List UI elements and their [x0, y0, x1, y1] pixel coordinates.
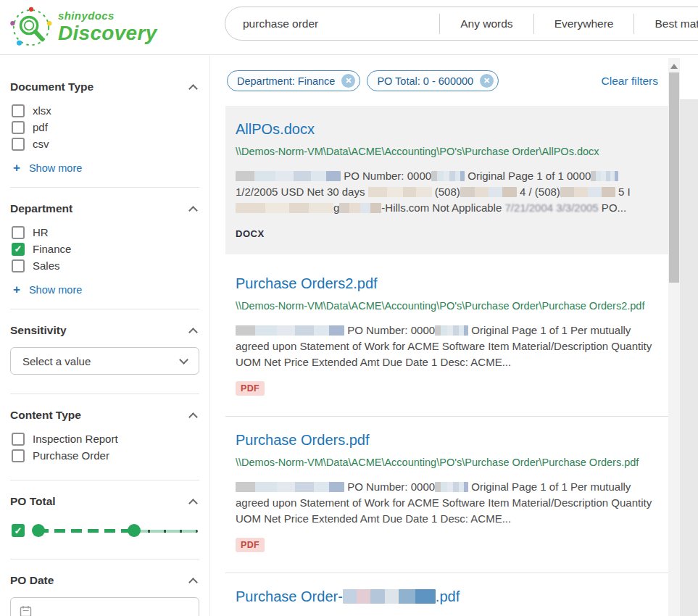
- search-input[interactable]: [241, 17, 439, 31]
- search-scope-button[interactable]: Everywhere: [534, 17, 634, 30]
- checkbox-label: csv: [33, 138, 49, 150]
- plus-icon: +: [13, 162, 20, 174]
- chevron-down-icon: [179, 355, 188, 365]
- result-snippet: PO Number: 0000 Original Page 1 of 1 000…: [236, 168, 655, 216]
- slider-rest-track: [134, 530, 198, 533]
- section-divider: [10, 187, 199, 188]
- scrollbar-up-arrow[interactable]: [670, 64, 678, 69]
- checkbox[interactable]: [12, 243, 25, 256]
- filter-option-inspection-report[interactable]: Inspection Report: [10, 430, 199, 447]
- department-header[interactable]: Department: [10, 202, 199, 215]
- filter-section-po-date: PO Date: [10, 574, 199, 616]
- clear-filters-link[interactable]: Clear filters: [602, 75, 658, 88]
- po-date-input[interactable]: [10, 597, 199, 616]
- top-bar: shinydocs Discovery Any words Everywhere…: [0, 0, 698, 55]
- filter-option-csv[interactable]: csv: [10, 136, 199, 152]
- filter-option-sales[interactable]: Sales: [10, 257, 199, 274]
- result-card: Purchase Orders.pdf \\Demos-Norm-VM\Data…: [225, 416, 668, 567]
- chip-label: PO Total: 0 - 600000: [377, 75, 473, 87]
- brand-text: shinydocs Discovery: [58, 10, 157, 43]
- section-title: PO Date: [10, 574, 54, 587]
- show-more-label: Show more: [29, 284, 82, 296]
- filter-section-content-type: Content Type Inspection Report Purchase …: [10, 409, 199, 464]
- sensitivity-header[interactable]: Sensitivity: [10, 324, 199, 337]
- select-placeholder: Select a value: [22, 355, 91, 367]
- content-type-header[interactable]: Content Type: [10, 409, 199, 422]
- filter-option-purchase-order[interactable]: Purchase Order: [10, 447, 199, 464]
- results-list: AllPOs.docx \\Demos-Norm-VM\Data\ACME\Ac…: [211, 106, 668, 616]
- file-type-badge: PDF: [236, 381, 265, 396]
- result-title-link[interactable]: Purchase Orders2.pdf: [236, 275, 658, 292]
- chevron-up-icon[interactable]: [188, 578, 198, 587]
- section-divider: [10, 309, 199, 309]
- remove-filter-icon[interactable]: ✕: [341, 74, 355, 88]
- checkbox-label: pdf: [33, 121, 48, 133]
- section-title: Sensitivity: [10, 324, 67, 337]
- plus-icon: +: [13, 283, 20, 296]
- results-scrollbar[interactable]: [668, 58, 680, 616]
- po-total-range-slider[interactable]: [32, 524, 198, 537]
- filter-option-hr[interactable]: HR: [10, 224, 199, 241]
- filter-chip-department[interactable]: Department: Finance ✕: [227, 70, 360, 91]
- po-total-enabled-checkbox[interactable]: [12, 524, 25, 537]
- result-title-link[interactable]: Purchase Orders.pdf: [236, 432, 658, 449]
- filter-option-finance[interactable]: Finance: [10, 241, 199, 257]
- filter-option-xlsx[interactable]: xlsx: [10, 102, 199, 119]
- checkbox[interactable]: [12, 138, 25, 151]
- slider-handle-min[interactable]: [32, 524, 45, 537]
- slider-active-track: [38, 529, 134, 533]
- checkbox[interactable]: [12, 259, 25, 272]
- checkbox[interactable]: [12, 449, 25, 462]
- chevron-up-icon[interactable]: [188, 499, 198, 508]
- search-bar: Any words Everywhere Best match: [225, 7, 698, 41]
- chevron-up-icon[interactable]: [188, 206, 198, 215]
- section-title: Document Type: [10, 80, 94, 93]
- filters-sidebar: Document Type xlsx pdf csv + Show more D…: [0, 56, 210, 616]
- document-type-header[interactable]: Document Type: [10, 80, 199, 93]
- result-snippet: PO Number: 0000 Original Page 1 of 1 Per…: [236, 322, 655, 370]
- result-snippet: PO Number: 0000 Original Page 1 of 1 Per…: [236, 479, 655, 527]
- results-area: Department: Finance ✕ PO Total: 0 - 6000…: [211, 56, 668, 616]
- show-more-button[interactable]: + Show more: [10, 162, 199, 174]
- chevron-up-icon[interactable]: [188, 328, 198, 337]
- show-more-label: Show more: [29, 162, 82, 174]
- calendar-icon: [20, 605, 32, 616]
- checkbox[interactable]: [12, 226, 25, 239]
- result-file-path: \\Demos-Norm-VM\Data\ACME\Accounting\PO'…: [236, 144, 652, 159]
- section-title: Content Type: [10, 409, 81, 422]
- checkbox[interactable]: [12, 433, 25, 446]
- search-mode-button[interactable]: Any words: [440, 17, 533, 30]
- filter-chip-po-total[interactable]: PO Total: 0 - 600000 ✕: [367, 70, 499, 91]
- chevron-up-icon[interactable]: [188, 412, 198, 422]
- chevron-up-icon[interactable]: [188, 84, 198, 93]
- product-name: Discovery: [58, 23, 157, 43]
- section-title: PO Total: [10, 495, 56, 508]
- checkbox-label: HR: [33, 226, 49, 238]
- checkbox[interactable]: [12, 104, 25, 117]
- checkbox-label: Inspection Report: [33, 433, 118, 445]
- result-card: Purchase Order-.pdf: [225, 573, 668, 616]
- filter-option-pdf[interactable]: pdf: [10, 119, 199, 136]
- checkbox-label: Finance: [33, 243, 71, 255]
- checkbox[interactable]: [12, 121, 25, 134]
- filter-section-sensitivity: Sensitivity Select a value: [10, 324, 199, 375]
- show-more-button[interactable]: + Show more: [10, 283, 199, 296]
- result-file-path: \\Demos-Norm-VM\Data\ACME\Accounting\PO'…: [236, 299, 652, 314]
- result-title-link[interactable]: AllPOs.docx: [236, 121, 658, 138]
- slider-handle-max[interactable]: [128, 524, 141, 537]
- file-type-badge: DOCX: [236, 228, 265, 239]
- result-title-link[interactable]: Purchase Order-.pdf: [236, 588, 658, 605]
- result-card: Purchase Orders2.pdf \\Demos-Norm-VM\Dat…: [225, 260, 668, 410]
- scrollbar-thumb[interactable]: [669, 72, 679, 283]
- brand-logo[interactable]: shinydocs Discovery: [10, 4, 157, 49]
- search-sort-button[interactable]: Best match: [634, 17, 698, 30]
- brand-name: shinydocs: [58, 10, 157, 21]
- po-total-header[interactable]: PO Total: [10, 495, 199, 508]
- active-filters-bar: Department: Finance ✕ PO Total: 0 - 6000…: [211, 56, 668, 91]
- remove-filter-icon[interactable]: ✕: [480, 74, 494, 88]
- checkbox-label: xlsx: [33, 104, 51, 117]
- po-date-header[interactable]: PO Date: [10, 574, 199, 587]
- sensitivity-select[interactable]: Select a value: [10, 347, 199, 375]
- filter-section-department: Department HR Finance Sales + Show more: [10, 202, 199, 296]
- section-divider: [10, 559, 199, 559]
